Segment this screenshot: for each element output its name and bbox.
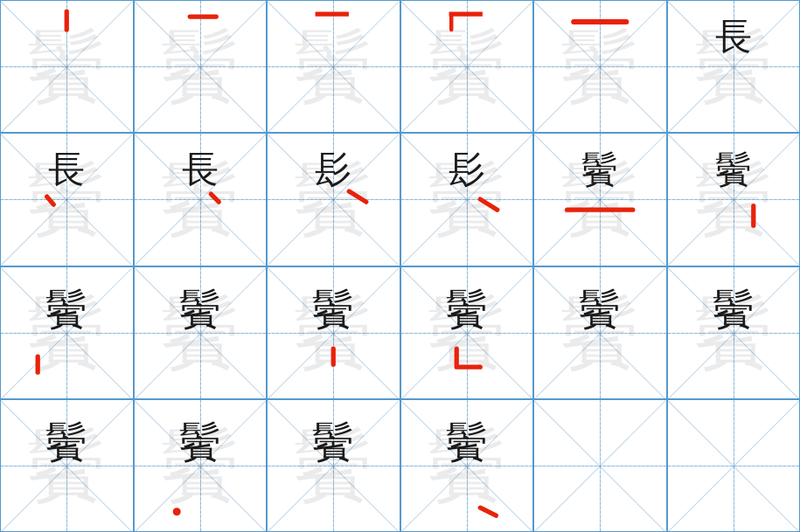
- stroke-svg-3-0: 鬢: [1, 400, 133, 531]
- cell-0-5: 鬢 長: [667, 0, 801, 133]
- char-display-1-4: 鬢 鬢: [534, 134, 666, 265]
- char-display-0-1: 鬢: [135, 1, 267, 132]
- stroke-svg-0-5: 長: [668, 1, 800, 132]
- char-display-2-1: 鬢 鬢: [135, 267, 267, 398]
- stroke-svg-2-5: 鬢: [668, 267, 800, 398]
- svg-text:鬢: 鬢: [45, 285, 87, 331]
- svg-text:鬢: 鬢: [179, 285, 221, 331]
- svg-text:鬢: 鬢: [45, 418, 87, 464]
- svg-text:髟: 髟: [315, 149, 351, 190]
- char-display-1-0: 鬢 長: [1, 134, 133, 265]
- stroke-svg-2-4: 鬢: [534, 267, 666, 398]
- svg-text:鬢: 鬢: [446, 285, 488, 331]
- cell-2-5: 鬢 鬢: [667, 266, 801, 399]
- char-display-0-0: 鬢: [1, 1, 133, 132]
- svg-text:鬢: 鬢: [446, 418, 488, 464]
- stroke-svg-2-1: 鬢: [135, 267, 267, 398]
- char-display-3-1: 鬢 鬢: [135, 400, 267, 531]
- svg-point-29: [172, 508, 180, 515]
- cell-1-5: 鬢 鬢: [667, 133, 801, 266]
- stroke-svg-1-3: 髟: [401, 134, 533, 265]
- svg-text:長: 長: [182, 149, 219, 190]
- char-display-2-4: 鬢 鬢: [534, 267, 666, 398]
- cell-0-4: 鬢: [533, 0, 667, 133]
- cell-2-4: 鬢 鬢: [533, 266, 667, 399]
- char-display-3-0: 鬢 鬢: [1, 400, 133, 531]
- svg-text:鬢: 鬢: [713, 285, 755, 331]
- stroke-svg-2-2: 鬢: [268, 267, 400, 398]
- stroke-svg-2-3: 鬢: [401, 267, 533, 398]
- cell-3-5: [667, 399, 801, 532]
- char-display-1-1: 鬢 長: [135, 134, 267, 265]
- stroke-svg-3-1: 鬢: [135, 400, 267, 531]
- cell-1-1: 鬢 長: [134, 133, 268, 266]
- svg-text:鬢: 鬢: [312, 418, 354, 464]
- stroke-svg-1-2: 髟: [268, 134, 400, 265]
- cell-0-3: 鬢: [400, 0, 534, 133]
- v-guide-3-5: [734, 400, 734, 531]
- char-display-2-5: 鬢 鬢: [668, 267, 800, 398]
- cell-1-0: 鬢 長: [0, 133, 134, 266]
- h-guide-3-5: [668, 466, 800, 466]
- stroke-svg-3-3: 鬢: [401, 400, 533, 531]
- svg-text:鬢: 鬢: [312, 285, 354, 331]
- svg-text:鬢: 鬢: [715, 149, 752, 190]
- stroke-order-grid: 鬢 鬢 鬢: [0, 0, 800, 532]
- stroke-svg-0-3: [401, 1, 533, 132]
- stroke-svg-1-0: 長: [1, 134, 133, 265]
- cell-2-0: 鬢 鬢: [0, 266, 134, 399]
- cell-3-2: 鬢 鬢: [267, 399, 400, 532]
- v-guide-3-4: [600, 400, 601, 531]
- stroke-svg-0-4: [534, 1, 666, 132]
- svg-text:鬢: 鬢: [579, 285, 621, 331]
- char-display-0-2: 鬢: [268, 1, 400, 132]
- cell-0-2: 鬢: [267, 0, 400, 133]
- char-display-3-2: 鬢 鬢: [268, 400, 400, 531]
- char-display-2-2: 鬢 鬢: [268, 267, 400, 398]
- svg-line-8: [47, 197, 54, 204]
- char-display-0-3: 鬢: [401, 1, 533, 132]
- h-guide-3-4: [534, 466, 666, 466]
- cell-3-1: 鬢 鬢: [134, 399, 268, 532]
- svg-text:長: 長: [715, 17, 752, 57]
- char-display-2-0: 鬢 鬢: [1, 267, 133, 398]
- svg-line-12: [349, 191, 366, 202]
- cell-2-2: 鬢 鬢: [267, 266, 400, 399]
- char-display-0-5: 鬢 長: [668, 1, 800, 132]
- stroke-svg-3-2: 鬢: [268, 400, 400, 531]
- stroke-svg-2-0: 鬢: [1, 267, 133, 398]
- stroke-svg-0-2: [268, 1, 400, 132]
- svg-line-14: [480, 199, 497, 210]
- svg-text:鬢: 鬢: [581, 149, 618, 190]
- svg-text:鬢: 鬢: [179, 418, 221, 464]
- stroke-svg-1-4: 鬢: [534, 134, 666, 265]
- char-display-3-3: 鬢 鬢: [401, 400, 533, 531]
- cell-1-3: 鬢 髟: [400, 133, 534, 266]
- svg-line-32: [480, 508, 496, 515]
- cell-1-4: 鬢 鬢: [533, 133, 667, 266]
- char-display-2-3: 鬢 鬢: [401, 267, 533, 398]
- svg-text:長: 長: [48, 149, 85, 190]
- char-display-0-4: 鬢: [534, 1, 666, 132]
- cell-0-1: 鬢: [134, 0, 268, 133]
- char-display-1-2: 鬢 髟: [268, 134, 400, 265]
- cell-0-0: 鬢: [0, 0, 134, 133]
- cell-3-3: 鬢 鬢: [400, 399, 534, 532]
- stroke-svg-0-1: [135, 1, 267, 132]
- svg-line-10: [211, 194, 219, 202]
- stroke-svg-1-5: 鬢: [668, 134, 800, 265]
- svg-text:髟: 髟: [449, 149, 485, 190]
- char-display-1-3: 鬢 髟: [401, 134, 533, 265]
- char-display-1-5: 鬢 鬢: [668, 134, 800, 265]
- cell-2-1: 鬢 鬢: [134, 266, 268, 399]
- cell-3-0: 鬢 鬢: [0, 399, 134, 532]
- stroke-svg-1-1: 長: [135, 134, 267, 265]
- cell-2-3: 鬢 鬢: [400, 266, 534, 399]
- cell-1-2: 鬢 髟: [267, 133, 400, 266]
- stroke-svg-0-0: [1, 1, 133, 132]
- cell-3-4: [533, 399, 667, 532]
